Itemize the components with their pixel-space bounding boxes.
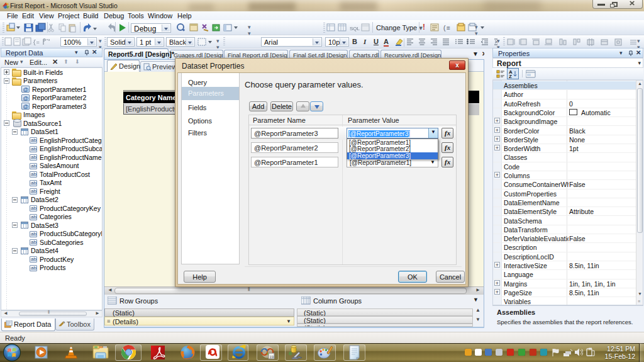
svg-text:19: 19 xyxy=(270,355,274,359)
svg-text:Z: Z xyxy=(509,74,512,78)
svg-text:SQL: SQL xyxy=(350,26,360,31)
svg-text:(≡: (≡ xyxy=(443,25,450,32)
svg-text:{=: {= xyxy=(33,40,40,46)
